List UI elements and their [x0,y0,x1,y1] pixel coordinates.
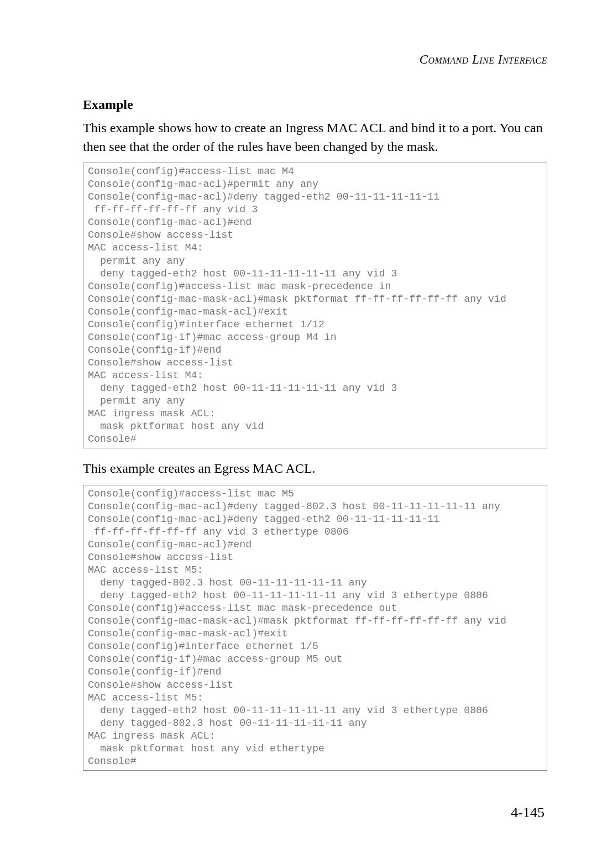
console-block-2: Console(config)#access-list mac M5 Conso… [83,485,547,771]
body-paragraph-1: This example shows how to create an Ingr… [83,119,547,156]
page-number: 4-145 [511,804,544,821]
console-block-1: Console(config)#access-list mac M4 Conso… [83,163,547,448]
page-content: Command Line Interface Example This exam… [0,0,597,804]
running-header: Command Line Interface [83,53,547,67]
section-heading: Example [83,97,547,112]
body-paragraph-2: This example creates an Egress MAC ACL. [83,459,547,478]
